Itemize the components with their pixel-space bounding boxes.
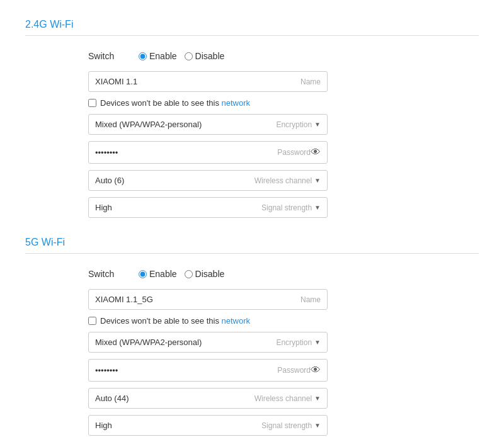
wifi24-disable-option[interactable]: Disable xyxy=(185,51,225,61)
chevron-down-icon: ▼ xyxy=(314,395,321,402)
wifi5g-name-field[interactable]: Name xyxy=(88,289,328,310)
wifi24-channel-value: Auto (6) xyxy=(95,176,255,185)
wifi5g-encryption-label: Encryption xyxy=(276,338,312,347)
wifi5g-enable-label[interactable]: Enable xyxy=(149,269,177,279)
wifi24-channel-label: Wireless channel xyxy=(255,176,312,185)
wifi5g-disable-radio[interactable] xyxy=(185,270,193,278)
wifi24-name-input[interactable] xyxy=(95,77,301,86)
wifi5g-encryption-value: Mixed (WPA/WPA2-personal) xyxy=(95,338,276,347)
wifi5g-hide-checkbox[interactable] xyxy=(88,317,96,325)
wifi5g-title: 5G Wi-Fi xyxy=(25,237,479,248)
eye-icon[interactable]: 👁 xyxy=(311,147,321,158)
wifi5g-section: 5G Wi-Fi Switch Enable Disable Name xyxy=(25,237,479,436)
wifi5g-switch-label: Switch xyxy=(88,269,139,279)
wifi24-radio-group: Enable Disable xyxy=(139,51,224,61)
wifi5g-name-input[interactable] xyxy=(95,295,301,304)
wifi24-password-input[interactable] xyxy=(95,148,277,157)
wifi5g-radio-group: Enable Disable xyxy=(139,269,224,279)
wifi24-enable-option[interactable]: Enable xyxy=(139,51,177,61)
wifi5g-disable-option[interactable]: Disable xyxy=(185,269,225,279)
wifi24-hide-checkbox[interactable] xyxy=(88,99,96,107)
wifi5g-password-input[interactable] xyxy=(95,366,277,375)
wifi5g-name-placeholder: Name xyxy=(301,295,321,304)
wifi24-signal-dropdown[interactable]: High Signal strength ▼ xyxy=(88,197,328,218)
wifi5g-signal-dropdown[interactable]: High Signal strength ▼ xyxy=(88,415,328,436)
wifi24-channel-dropdown[interactable]: Auto (6) Wireless channel ▼ xyxy=(88,170,328,191)
wifi5g-signal-value: High xyxy=(95,421,261,430)
wifi5g-signal-label: Signal strength xyxy=(261,421,312,430)
wifi24-name-field[interactable]: Name xyxy=(88,71,328,92)
wifi24-section: 2.4G Wi-Fi Switch Enable Disable Name xyxy=(25,19,479,218)
wifi5g-enable-radio[interactable] xyxy=(139,270,147,278)
wifi24-title: 2.4G Wi-Fi xyxy=(25,19,479,30)
wifi24-password-field[interactable]: Password 👁 xyxy=(88,141,328,164)
wifi24-encryption-label: Encryption xyxy=(276,120,312,129)
wifi24-switch-row: Switch Enable Disable xyxy=(88,51,328,61)
wifi5g-checkbox-row: Devices won't be able to see this networ… xyxy=(88,316,328,326)
wifi24-disable-label[interactable]: Disable xyxy=(195,51,225,61)
wifi5g-password-field[interactable]: Password 👁 xyxy=(88,359,328,382)
wifi24-enable-label[interactable]: Enable xyxy=(149,51,177,61)
wifi5g-network-link[interactable]: network xyxy=(222,316,251,326)
wifi24-encryption-dropdown[interactable]: Mixed (WPA/WPA2-personal) Encryption ▼ xyxy=(88,114,328,135)
wifi24-password-placeholder: Password xyxy=(277,148,311,157)
wifi24-enable-radio[interactable] xyxy=(139,52,147,60)
wifi24-signal-value: High xyxy=(95,203,261,212)
wifi5g-encryption-dropdown[interactable]: Mixed (WPA/WPA2-personal) Encryption ▼ xyxy=(88,332,328,353)
wifi5g-channel-dropdown[interactable]: Auto (44) Wireless channel ▼ xyxy=(88,388,328,409)
wifi5g-switch-row: Switch Enable Disable xyxy=(88,269,328,279)
eye-icon[interactable]: 👁 xyxy=(311,365,321,376)
wifi5g-form: Switch Enable Disable Name Devices won't xyxy=(88,269,328,436)
chevron-down-icon: ▼ xyxy=(314,121,321,128)
wifi5g-channel-value: Auto (44) xyxy=(95,394,255,403)
wifi5g-enable-option[interactable]: Enable xyxy=(139,269,177,279)
wifi24-encryption-value: Mixed (WPA/WPA2-personal) xyxy=(95,120,276,129)
wifi24-divider xyxy=(25,35,479,36)
wifi5g-disable-label[interactable]: Disable xyxy=(195,269,225,279)
wifi24-network-link[interactable]: network xyxy=(222,98,251,108)
wifi5g-password-placeholder: Password xyxy=(277,366,311,375)
chevron-down-icon: ▼ xyxy=(314,339,321,346)
wifi24-signal-label: Signal strength xyxy=(261,203,312,212)
wifi24-name-placeholder: Name xyxy=(301,77,321,86)
chevron-down-icon: ▼ xyxy=(314,177,321,184)
wifi24-checkbox-row: Devices won't be able to see this networ… xyxy=(88,98,328,108)
chevron-down-icon: ▼ xyxy=(314,204,321,211)
wifi5g-channel-label: Wireless channel xyxy=(255,394,312,403)
wifi5g-divider xyxy=(25,253,479,254)
wifi24-form: Switch Enable Disable Name Devices won't xyxy=(88,51,328,218)
wifi24-switch-label: Switch xyxy=(88,51,139,61)
wifi24-checkbox-label: Devices won't be able to see this networ… xyxy=(100,98,250,108)
wifi5g-checkbox-label: Devices won't be able to see this networ… xyxy=(100,316,250,326)
chevron-down-icon: ▼ xyxy=(314,422,321,429)
wifi24-disable-radio[interactable] xyxy=(185,52,193,60)
